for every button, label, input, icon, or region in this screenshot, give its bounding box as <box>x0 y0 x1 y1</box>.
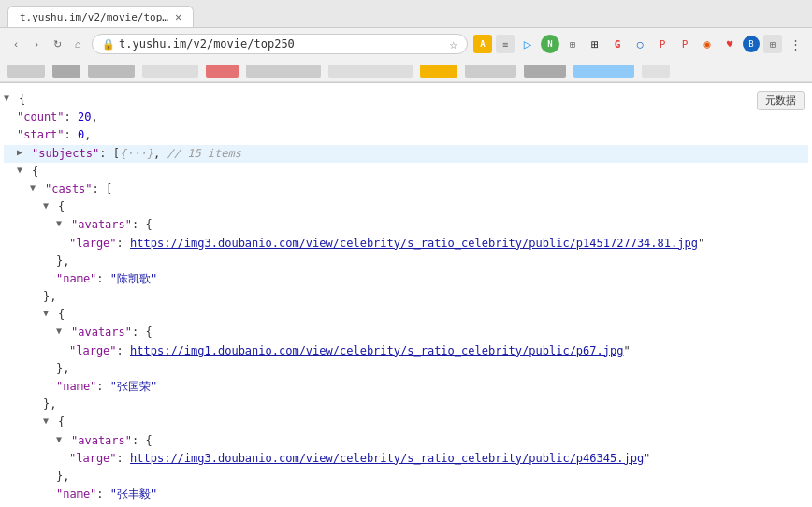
cast1-name-line: "name" : "陈凯歌" <box>4 270 808 288</box>
cast3-open: ▼ { <box>4 413 808 431</box>
bookmark-8[interactable] <box>420 65 457 78</box>
ext-icon-2[interactable]: ≡ <box>496 35 515 53</box>
tab-close-icon[interactable]: ✕ <box>175 10 181 23</box>
subjects-line: ▶ "subjects" : [ {···} , // 15 items <box>4 145 808 163</box>
json-viewer: 元数据 ▼ { "count" : 20 , "start" : 0 , ▶ "… <box>0 83 812 504</box>
cast2-close: }, <box>4 396 808 413</box>
cast3-toggle[interactable]: ▼ <box>43 413 56 428</box>
root-toggle[interactable]: ▼ <box>4 91 17 106</box>
ext-icon-7[interactable]: G <box>608 35 627 53</box>
count-key: "count" <box>17 109 65 126</box>
cast2-name-line: "name" : "张国荣" <box>4 378 808 396</box>
cast1-avatars-open: ▼ "avatars" : { <box>4 216 808 234</box>
cast3-name-line: "name" : "张丰毅" <box>4 485 808 503</box>
subjects-preview: {···} <box>120 145 153 163</box>
root-brace: ▼ { <box>4 91 808 109</box>
casts-key: "casts" <box>45 181 93 198</box>
cast3-avatars-close: }, <box>4 468 808 485</box>
back-button[interactable]: ‹ <box>7 36 24 52</box>
bookmark-9[interactable] <box>465 65 516 78</box>
browser-toolbar: ‹ › ↻ ⌂ 🔒 t.yushu.im/v2/movie/top250 ☆ A… <box>0 28 812 60</box>
ext-icon-4[interactable]: N <box>541 35 559 53</box>
ext-icon-12[interactable]: ♥ <box>720 35 739 53</box>
cast2-large-url[interactable]: https://img1.doubanio.com/view/celebrity… <box>130 342 623 360</box>
bookmark-5[interactable] <box>206 65 239 78</box>
ext-icon-6[interactable]: ⊞ <box>586 35 604 53</box>
casts-toggle[interactable]: ▼ <box>30 181 43 196</box>
cast1-close: }, <box>4 288 808 306</box>
cast3-large-line: "large" : https://img3.doubanio.com/view… <box>4 450 808 468</box>
cast3-avatars-open: ▼ "avatars" : { <box>4 432 808 450</box>
bookmark-2[interactable] <box>52 65 80 78</box>
ext-icon-14[interactable]: ⊞ <box>763 35 782 53</box>
bookmark-1[interactable] <box>7 65 45 78</box>
ext-icon-1[interactable]: A <box>473 35 492 53</box>
ext-icon-5[interactable]: ⊞ <box>563 35 582 53</box>
lock-icon: 🔒 <box>102 38 115 51</box>
count-value: 20 <box>78 109 91 126</box>
bookmark-4[interactable] <box>142 65 198 78</box>
cast2-avatars-open: ▼ "avatars" : { <box>4 324 808 341</box>
count-line: "count" : 20 , <box>4 109 808 126</box>
subjects-toggle[interactable]: ▶ <box>17 145 30 160</box>
ext-icon-11[interactable]: ◉ <box>698 35 717 53</box>
extension-icons: A ≡ ▷ N ⊞ ⊞ G ◯ P P ◉ ♥ B ⊞ ⋮ <box>473 35 805 53</box>
cast3-avatars-toggle[interactable]: ▼ <box>56 432 69 447</box>
bookmark-icon[interactable]: ☆ <box>450 36 457 51</box>
start-value: 0 <box>78 126 84 144</box>
ext-icon-10[interactable]: P <box>675 35 694 53</box>
bookmark-11[interactable] <box>573 65 634 78</box>
second-obj-toggle[interactable]: ▼ <box>17 163 30 178</box>
cast1-large-url[interactable]: https://img3.doubanio.com/view/celebrity… <box>130 235 698 253</box>
ext-icon-15[interactable]: ⋮ <box>786 35 805 53</box>
ext-icon-3[interactable]: ▷ <box>518 35 537 53</box>
subjects-key: "subjects" <box>32 145 99 163</box>
ext-icon-8[interactable]: ◯ <box>631 35 649 53</box>
tab-bar: t.yushu.im/v2/movie/top250 ✕ <box>0 0 812 28</box>
meta-data-button[interactable]: 元数据 <box>757 91 805 110</box>
second-obj-open: ▼ { <box>4 163 808 181</box>
cast2-avatars-toggle[interactable]: ▼ <box>56 324 69 339</box>
cast2-avatars-close: }, <box>4 360 808 378</box>
cast1-open: ▼ { <box>4 198 808 216</box>
url-text: t.yushu.im/v2/movie/top250 <box>119 37 446 51</box>
cast1-avatars-close: }, <box>4 253 808 270</box>
ext-icon-13[interactable]: B <box>743 36 760 52</box>
bookmark-7[interactable] <box>328 65 413 78</box>
ext-icon-9[interactable]: P <box>653 35 672 53</box>
bookmark-12[interactable] <box>642 65 670 78</box>
cast3-large-url[interactable]: https://img3.doubanio.com/view/celebrity… <box>130 450 644 468</box>
cast2-large-line: "large" : https://img1.doubanio.com/view… <box>4 342 808 360</box>
subjects-comment: // 15 items <box>167 145 241 163</box>
start-line: "start" : 0 , <box>4 126 808 144</box>
cast3-close: } <box>4 503 808 504</box>
cast1-toggle[interactable]: ▼ <box>43 198 56 213</box>
nav-buttons: ‹ › ↻ ⌂ <box>7 36 86 52</box>
url-bar[interactable]: 🔒 t.yushu.im/v2/movie/top250 ☆ <box>92 34 468 54</box>
cast1-avatars-toggle[interactable]: ▼ <box>56 216 69 231</box>
bookmarks-bar <box>0 60 812 82</box>
tab-label: t.yushu.im/v2/movie/top250 <box>20 11 169 23</box>
bookmark-3[interactable] <box>88 65 135 78</box>
browser-tab[interactable]: t.yushu.im/v2/movie/top250 ✕ <box>7 6 194 27</box>
browser-chrome: t.yushu.im/v2/movie/top250 ✕ ‹ › ↻ ⌂ 🔒 t… <box>0 0 812 83</box>
start-key: "start" <box>17 126 65 144</box>
cast1-large-line: "large" : https://img3.doubanio.com/view… <box>4 235 808 253</box>
home-button[interactable]: ⌂ <box>69 36 86 52</box>
bookmark-10[interactable] <box>524 65 566 78</box>
cast2-open: ▼ { <box>4 306 808 324</box>
cast2-toggle[interactable]: ▼ <box>43 306 56 321</box>
casts-line: ▼ "casts" : [ <box>4 181 808 198</box>
reload-button[interactable]: ↻ <box>49 36 65 52</box>
forward-button[interactable]: › <box>28 36 45 52</box>
bookmark-6[interactable] <box>246 65 321 78</box>
